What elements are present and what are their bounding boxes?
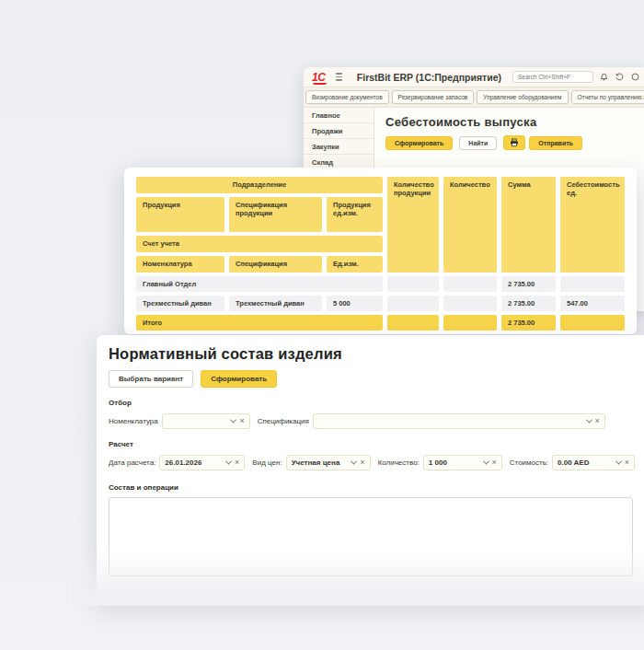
header-unit[interactable]: Ед.изм.	[327, 256, 383, 273]
specification-combobox[interactable]	[313, 413, 605, 429]
open-windows-tabbar: Визирование документов Резервирование за…	[304, 87, 644, 108]
send-button[interactable]: Отправить	[529, 136, 582, 150]
calc-date-combobox[interactable]: 26.01.2026	[159, 455, 245, 470]
row-item-unit-qty[interactable]: 5 000	[327, 296, 383, 311]
row-item-qty[interactable]	[443, 296, 497, 311]
1c-logo: 1С	[312, 71, 325, 84]
service-menu-icon[interactable]	[630, 72, 640, 82]
calc-fields-row: Дата расчета: 26.01.2026 Вид цен: Учетна…	[109, 455, 637, 470]
row-department-cost[interactable]	[560, 276, 625, 292]
clear-icon[interactable]	[239, 417, 244, 425]
page-title: Себестоимость выпуска	[385, 115, 642, 129]
find-button[interactable]: Найти	[459, 136, 497, 150]
generate-report-button[interactable]: Сформировать	[385, 136, 453, 150]
row-total-cost[interactable]	[560, 315, 625, 331]
form-generate-button[interactable]: Сформировать	[201, 370, 277, 388]
header-qty-product[interactable]: Количество продукции	[387, 177, 439, 273]
clear-icon[interactable]	[492, 458, 497, 467]
row-item-spec[interactable]: Трехместный диван	[229, 296, 322, 311]
desktop-background: 1С FirstBit ERP (1С:Предприятие)	[0, 0, 644, 650]
row-department-qty-product[interactable]	[387, 276, 439, 292]
header-sum[interactable]: Сумма	[501, 177, 556, 273]
row-item-qty-product[interactable]	[387, 296, 439, 311]
printer-icon	[510, 138, 519, 147]
price-type-value: Учетная цена	[292, 458, 349, 467]
calc-date-label: Дата расчета:	[109, 458, 155, 467]
chevron-down-icon[interactable]	[351, 458, 357, 465]
section-filter-label: Отбор	[109, 399, 637, 407]
clear-icon[interactable]	[235, 458, 239, 467]
header-department[interactable]: Подразделение	[136, 177, 383, 193]
tab-asset-reports[interactable]: Отчеты по управлению активами	[571, 90, 644, 104]
clear-icon[interactable]	[595, 417, 600, 425]
row-total-qty-product[interactable]	[387, 315, 439, 331]
nomenclature-label: Номенклатура	[109, 417, 158, 425]
price-type-combobox[interactable]: Учетная цена	[286, 455, 371, 470]
composition-operations-area[interactable]	[109, 497, 633, 576]
row-item-cost[interactable]: 547.00	[560, 296, 625, 311]
sidebar-item-sales[interactable]: Продажи	[304, 123, 374, 139]
calc-date-value: 26.01.2026	[165, 458, 223, 467]
hamburger-menu-icon[interactable]	[336, 73, 342, 81]
row-department-qty[interactable]	[443, 276, 497, 292]
sidebar-item-main[interactable]: Главное	[304, 108, 374, 123]
header-cost-unit[interactable]: Себестоимость ед.	[560, 177, 625, 273]
cost-report-window: Подразделение Продукция Спецификация про…	[124, 168, 637, 334]
quantity-combobox[interactable]: 1 000	[423, 455, 502, 470]
normative-composition-window: Нормативный состав изделия Выбрать вариа…	[97, 335, 644, 602]
erp-titlebar: 1С FirstBit ERP (1С:Предприятие)	[304, 67, 644, 87]
header-spec[interactable]: Спецификация	[229, 256, 322, 273]
history-icon[interactable]	[615, 72, 625, 82]
filter-fields-row: Номенклатура Спецификация	[109, 413, 637, 429]
cost-report-table: Подразделение Продукция Спецификация про…	[136, 177, 625, 331]
header-qty[interactable]: Количество	[443, 177, 497, 273]
quantity-value: 1 000	[429, 458, 480, 467]
header-product-spec[interactable]: Спецификация продукции	[229, 197, 322, 232]
chevron-down-icon[interactable]	[225, 458, 232, 465]
print-button[interactable]	[503, 135, 525, 150]
cost-value: 0.00 AED	[558, 458, 613, 467]
header-account[interactable]: Счет учета	[136, 236, 383, 252]
window-title: FirstBit ERP (1С:Предприятие)	[357, 72, 501, 83]
form-title: Нормативный состав изделия	[109, 345, 637, 363]
bell-icon[interactable]	[599, 72, 609, 82]
row-item-nomenclature[interactable]: Трехместный диван	[136, 296, 224, 311]
quantity-label: Количество:	[378, 458, 420, 467]
tab-equipment-management[interactable]: Управление оборудованием	[477, 90, 568, 104]
price-type-label: Вид цен:	[252, 458, 282, 467]
choose-variant-button[interactable]: Выбрать вариант	[109, 370, 193, 388]
row-total-sum[interactable]: 2 735.00	[501, 315, 556, 331]
nomenclature-combobox[interactable]	[162, 413, 250, 429]
chevron-down-icon[interactable]	[230, 417, 236, 424]
header-product[interactable]: Продукция	[136, 197, 224, 232]
row-total-label[interactable]: Итого	[136, 315, 383, 331]
search-input[interactable]	[512, 71, 593, 83]
tab-document-approval[interactable]: Визирование документов	[305, 90, 389, 104]
chevron-down-icon[interactable]	[483, 458, 489, 465]
clear-icon[interactable]	[360, 458, 364, 467]
cost-combobox[interactable]: 0.00 AED	[552, 455, 635, 470]
chevron-down-icon[interactable]	[615, 458, 622, 465]
specification-label: Спецификация	[258, 417, 309, 425]
section-composition-label: Состав и операции	[109, 483, 637, 492]
row-department-label[interactable]: Главный Отдел	[136, 276, 383, 292]
chevron-down-icon[interactable]	[586, 417, 592, 424]
cost-label: Стоимость:	[510, 458, 548, 467]
clear-icon[interactable]	[625, 458, 629, 467]
tab-stock-reservation[interactable]: Резервирование запасов	[392, 90, 475, 104]
row-item-sum[interactable]: 2 735.00	[501, 296, 556, 311]
row-total-qty[interactable]	[443, 315, 497, 331]
header-product-unit[interactable]: Продукция ед.изм.	[327, 197, 383, 232]
section-calc-label: Расчет	[109, 440, 637, 448]
row-department-sum[interactable]: 2 735.00	[501, 276, 556, 292]
sidebar-item-purchases[interactable]: Закупки	[304, 139, 374, 155]
header-nomenclature[interactable]: Номенклатура	[136, 256, 224, 273]
